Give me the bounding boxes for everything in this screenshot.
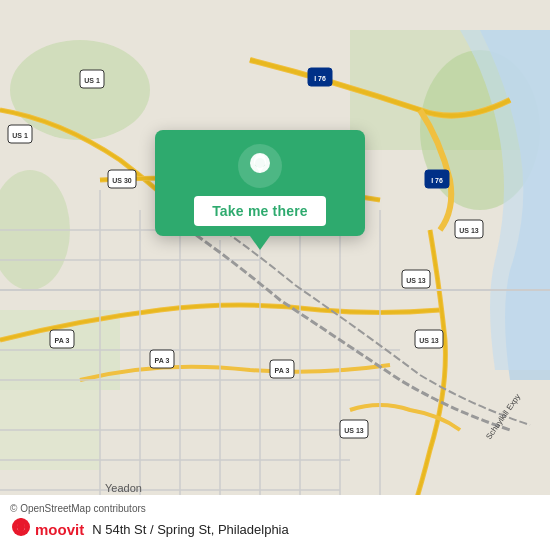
svg-text:PA 3: PA 3 (155, 357, 170, 364)
map-container: US 1 US 30 I 76 I 76 US 13 US 13 US 13 U… (0, 0, 550, 550)
moovit-pin-icon (10, 518, 32, 540)
moovit-brand-text: moovit (35, 521, 84, 538)
bottom-bar: © OpenStreetMap contributors moovit N 54… (0, 495, 550, 550)
svg-text:US 1: US 1 (84, 77, 100, 84)
map-svg: US 1 US 30 I 76 I 76 US 13 US 13 US 13 U… (0, 0, 550, 550)
svg-text:US 13: US 13 (459, 227, 479, 234)
svg-text:US 13: US 13 (419, 337, 439, 344)
svg-text:US 13: US 13 (344, 427, 364, 434)
svg-text:PA 3: PA 3 (275, 367, 290, 374)
svg-text:Yeadon: Yeadon (105, 482, 142, 494)
take-me-there-button[interactable]: Take me there (194, 196, 326, 226)
svg-text:US 30: US 30 (112, 177, 132, 184)
osm-attribution: © OpenStreetMap contributors (10, 503, 540, 514)
svg-text:I 76: I 76 (314, 75, 326, 82)
moovit-logo: moovit (10, 518, 84, 540)
svg-text:US 1: US 1 (12, 132, 28, 139)
svg-text:PA 3: PA 3 (55, 337, 70, 344)
popup-card: Take me there (155, 130, 365, 236)
svg-point-54 (19, 525, 24, 530)
svg-text:I 76: I 76 (431, 177, 443, 184)
location-row: moovit N 54th St / Spring St, Philadelph… (10, 518, 540, 540)
location-label: N 54th St / Spring St, Philadelphia (92, 522, 289, 537)
svg-text:US 13: US 13 (406, 277, 426, 284)
location-pin-icon (238, 144, 282, 188)
